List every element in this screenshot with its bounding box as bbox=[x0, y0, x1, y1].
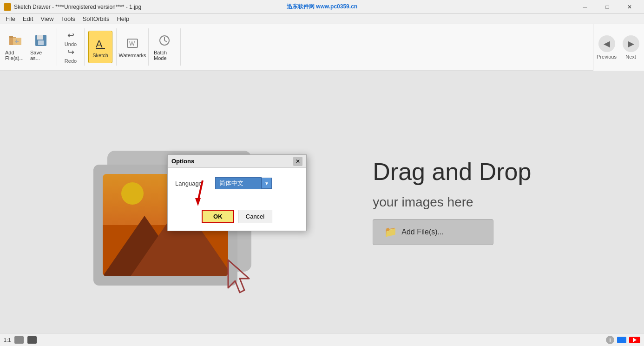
title-text: Sketch Drawer - ****Unregistered version… bbox=[14, 4, 141, 10]
toolbar-group-batch: Batch Mode bbox=[152, 28, 181, 66]
watermarks-label: Watermarks bbox=[119, 53, 146, 58]
batch-mode-button[interactable]: Batch Mode bbox=[152, 31, 177, 63]
batch-mode-label: Batch Mode bbox=[154, 50, 175, 61]
language-value: 简体中文 bbox=[215, 177, 262, 189]
minimize-button[interactable]: ─ bbox=[574, 0, 596, 14]
add-files-button[interactable]: Add File(s)... bbox=[4, 31, 28, 63]
add-files-icon bbox=[8, 33, 23, 48]
svg-rect-6 bbox=[37, 35, 43, 40]
youtube-icon bbox=[629, 337, 640, 343]
language-dropdown-arrow[interactable]: ▼ bbox=[262, 178, 272, 189]
svg-line-14 bbox=[164, 40, 167, 42]
maximize-button[interactable]: □ bbox=[597, 0, 618, 14]
app-icon bbox=[4, 3, 11, 11]
menu-help[interactable]: Help bbox=[113, 14, 133, 23]
dialog-title: Options bbox=[171, 158, 194, 165]
statusbar: 1:1 i bbox=[0, 333, 644, 346]
previous-arrow-icon: ◀ bbox=[598, 35, 615, 52]
indicator-arrow bbox=[193, 180, 207, 210]
title-left: Sketch Drawer - ****Unregistered version… bbox=[4, 3, 141, 11]
dialog-titlebar: Options ✕ bbox=[168, 155, 306, 168]
svg-text:W: W bbox=[129, 40, 135, 47]
menu-tools[interactable]: Tools bbox=[57, 14, 79, 23]
svg-marker-17 bbox=[195, 198, 201, 206]
menu-softorbits[interactable]: SoftOrbits bbox=[79, 14, 113, 23]
dialog-footer: OK Cancel bbox=[168, 206, 306, 231]
svg-rect-1 bbox=[9, 36, 13, 38]
dialog-ok-button[interactable]: OK bbox=[202, 210, 234, 223]
info-icon: i bbox=[606, 336, 614, 344]
watermark: 迅东软件网 www.pc0359.cn bbox=[287, 3, 357, 11]
sketch-button[interactable]: A Sketch bbox=[88, 31, 112, 63]
status-left: 1:1 bbox=[4, 336, 37, 344]
menu-edit[interactable]: Edit bbox=[19, 14, 37, 23]
next-arrow-icon: ▶ bbox=[623, 35, 639, 52]
navigation-panel: ◀ Previous ▶ Next bbox=[593, 24, 644, 71]
redo-button[interactable]: ↪ Redo bbox=[61, 47, 80, 63]
add-files-label: Add File(s)... bbox=[5, 50, 26, 61]
watermarks-icon: W bbox=[125, 36, 140, 51]
save-icon bbox=[33, 33, 48, 48]
previous-label: Previous bbox=[597, 54, 617, 60]
toolbar-group-undoredo: ↩ Undo ↪ Redo bbox=[61, 28, 85, 66]
dialog-cancel-button[interactable]: Cancel bbox=[238, 210, 272, 223]
save-as-button[interactable]: Save as... bbox=[29, 31, 53, 63]
screen-icon bbox=[27, 336, 37, 344]
sketch-icon: A bbox=[93, 36, 108, 51]
display-icon bbox=[14, 336, 24, 344]
zoom-level: 1:1 bbox=[4, 337, 11, 343]
sketch-label: Sketch bbox=[92, 53, 108, 58]
next-button[interactable]: ▶ Next bbox=[620, 35, 642, 60]
undo-label: Undo bbox=[65, 41, 77, 47]
previous-button[interactable]: ◀ Previous bbox=[596, 35, 618, 60]
save-as-label: Save as... bbox=[30, 50, 52, 61]
close-button[interactable]: ✕ bbox=[619, 0, 640, 14]
window-controls: ─ □ ✕ bbox=[574, 0, 640, 14]
next-label: Next bbox=[625, 54, 636, 60]
options-dialog: Options ✕ Language 简体中文 ▼ bbox=[167, 154, 307, 231]
dialog-body: Language 简体中文 ▼ bbox=[168, 168, 306, 206]
toolbar-group-sketch: A Sketch bbox=[88, 28, 117, 66]
undo-button[interactable]: ↩ Undo bbox=[61, 31, 80, 47]
menu-view[interactable]: View bbox=[37, 14, 57, 23]
facebook-icon bbox=[617, 337, 626, 343]
toolbar-group-files: Add File(s)... Save as... bbox=[4, 28, 57, 66]
menubar: File Edit View Tools SoftOrbits Help bbox=[0, 14, 644, 24]
menu-file[interactable]: File bbox=[2, 14, 19, 23]
batch-icon bbox=[157, 33, 172, 48]
modal-overlay: Options ✕ Language 简体中文 ▼ bbox=[0, 71, 644, 333]
titlebar: Sketch Drawer - ****Unregistered version… bbox=[0, 0, 644, 14]
svg-rect-7 bbox=[38, 40, 44, 45]
toolbar-group-watermarks: W Watermarks bbox=[120, 28, 149, 66]
toolbar: Add File(s)... Save as... ↩ Undo ↪ Redo bbox=[0, 24, 644, 71]
status-right: i bbox=[606, 336, 640, 344]
main-content: Drag and Drop your images here 📁 Add Fil… bbox=[0, 71, 644, 333]
dialog-close-button[interactable]: ✕ bbox=[293, 157, 302, 166]
redo-label: Redo bbox=[65, 58, 77, 64]
language-select[interactable]: 简体中文 ▼ bbox=[215, 177, 272, 189]
watermarks-button[interactable]: W Watermarks bbox=[120, 31, 145, 63]
